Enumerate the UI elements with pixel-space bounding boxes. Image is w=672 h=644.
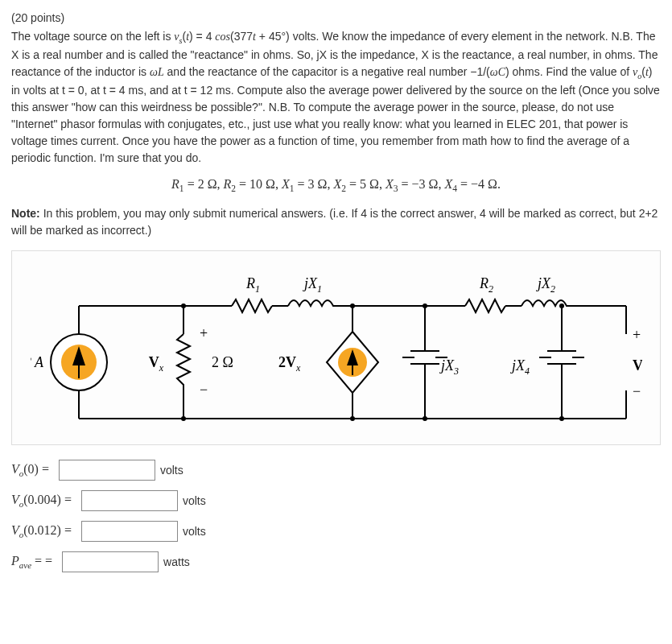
vo0-label: Vo(0) =	[11, 460, 49, 481]
svg-text:4∠45° A: 4∠45° A	[31, 354, 44, 370]
answer-section: Vo(0) = volts Vo(0.004) = volts Vo(0.012…	[11, 460, 661, 572]
circuit-diagram: R1 jX1 R2 jX2	[11, 250, 661, 445]
svg-text:jX1: jX1	[303, 275, 322, 295]
svg-text:R2: R2	[479, 275, 493, 295]
vo0-unit: volts	[160, 462, 183, 479]
vo12-input[interactable]	[81, 521, 178, 542]
svg-text:−: −	[200, 382, 208, 398]
svg-point-58	[423, 416, 427, 421]
vo4-label: Vo(0.004) =	[11, 490, 72, 511]
svg-text:jX4: jX4	[510, 357, 530, 377]
vo12-label: Vo(0.012) =	[11, 521, 72, 542]
svg-text:R1: R1	[245, 275, 260, 295]
pave-input[interactable]	[62, 551, 159, 572]
pave-unit: watts	[163, 554, 190, 571]
svg-text:jX2: jX2	[536, 275, 555, 295]
svg-text:jX3: jX3	[439, 357, 459, 377]
svg-point-55	[350, 303, 355, 308]
vo4-input[interactable]	[81, 490, 178, 511]
vo12-unit: volts	[183, 523, 206, 540]
svg-point-54	[181, 416, 186, 421]
vo4-unit: volts	[183, 493, 206, 510]
svg-text:−: −	[633, 383, 641, 399]
svg-text:Vx: Vx	[148, 354, 163, 374]
svg-point-53	[181, 303, 186, 308]
svg-text:2 Ω: 2 Ω	[212, 354, 233, 370]
points-label: (20 points)	[11, 10, 661, 27]
svg-point-56	[350, 416, 355, 421]
svg-text:Vo: Vo	[633, 357, 642, 377]
svg-text:+: +	[200, 325, 208, 341]
svg-text:+: +	[633, 327, 641, 343]
svg-point-57	[423, 303, 427, 308]
component-values: R1 = 2 Ω, R2 = 10 Ω, X1 = 3 Ω, X2 = 5 Ω,…	[11, 175, 661, 196]
vo0-input[interactable]	[59, 460, 155, 481]
svg-point-60	[559, 416, 564, 421]
svg-text:2Vx: 2Vx	[278, 354, 301, 374]
pave-label: Pave = =	[11, 551, 52, 572]
submission-note: Note: In this problem, you may only subm…	[11, 205, 661, 239]
problem-statement: The voltage source on the left is vs(t) …	[11, 28, 661, 167]
svg-point-59	[559, 303, 564, 308]
